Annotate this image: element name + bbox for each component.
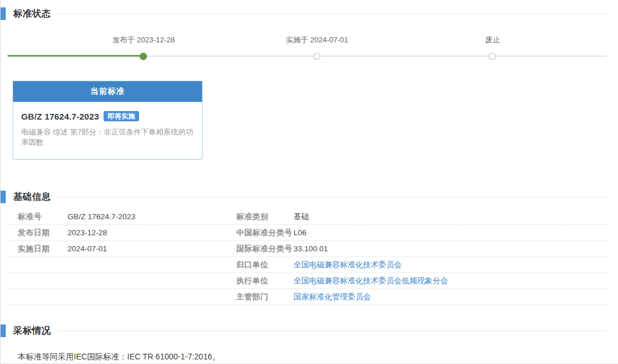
section-divider xyxy=(58,197,608,197)
section-marker-icon xyxy=(1,7,6,20)
section-adoption: 采标情况 本标准等同采用IEC国际标准：IEC TR 61000-1-7:201… xyxy=(1,325,618,364)
basic-section-header: 基础信息 xyxy=(1,191,618,203)
technical-committee-link[interactable]: 全国电磁兼容标准化技术委员会 xyxy=(294,260,608,270)
adoption-section-title: 采标情况 xyxy=(13,325,51,337)
section-divider xyxy=(58,331,608,331)
milestone-dot-empty-icon xyxy=(489,53,496,60)
field-value-publish-date: 2023-12-28 xyxy=(68,228,236,237)
status-badge: 即将实施 xyxy=(104,111,139,121)
table-row: 标准号 GB/Z 17624.7-2023 标准类别 基础 xyxy=(7,209,608,225)
section-marker-icon xyxy=(1,325,6,337)
standard-title-text: 电磁兼容 综述 第7部分：非正弦条件下单相系统的功率因数 xyxy=(21,127,194,148)
table-row: 发布日期 2023-12-28 中国标准分类号 L06 xyxy=(7,225,608,241)
milestone-published-label: 发布于 2023-12-28 xyxy=(112,35,175,45)
table-row: 归口单位 全国电磁兼容标准化技术委员会 xyxy=(7,257,608,273)
section-standard-status: 标准状态 发布于 2023-12-28 实施于 2024-07-01 废止 当前… xyxy=(1,0,618,160)
timeline-progress xyxy=(7,55,144,57)
milestone-dot-empty-icon xyxy=(313,53,320,60)
executing-unit-link[interactable]: 全国电磁兼容标准化技术委员会低频现象分会 xyxy=(294,276,608,286)
table-row: 执行单位 全国电磁兼容标准化技术委员会低频现象分会 xyxy=(7,273,608,289)
field-label-standard-number: 标准号 xyxy=(7,212,68,222)
field-label-category: 标准类别 xyxy=(236,212,294,222)
section-basic-info: 基础信息 标准号 GB/Z 17624.7-2023 标准类别 基础 发布日期 … xyxy=(1,191,618,305)
basic-info-table: 标准号 GB/Z 17624.7-2023 标准类别 基础 发布日期 2023-… xyxy=(7,209,608,305)
section-divider xyxy=(58,14,608,14)
field-label-implement-date: 实施日期 xyxy=(7,244,68,254)
milestone-abolished-label: 废止 xyxy=(485,35,500,45)
basic-section-title: 基础信息 xyxy=(13,191,51,203)
table-row: 实施日期 2024-07-01 国际标准分类号 33.100.01 xyxy=(7,241,608,257)
competent-department-link[interactable]: 国家标准化管理委员会 xyxy=(294,292,608,302)
field-value-implement-date: 2024-07-01 xyxy=(68,244,236,253)
section-marker-icon xyxy=(1,191,6,203)
status-section-header: 标准状态 xyxy=(1,7,618,20)
standard-detail-page: 标准状态 发布于 2023-12-28 实施于 2024-07-01 废止 当前… xyxy=(0,0,618,364)
adoption-section-header: 采标情况 xyxy=(1,325,618,337)
field-value-ics-code: 33.100.01 xyxy=(294,244,608,253)
status-section-title: 标准状态 xyxy=(13,8,51,20)
field-label-publish-date: 发布日期 xyxy=(7,228,68,238)
field-label-competent-department: 主管部门 xyxy=(236,292,294,302)
field-label-ccs-code: 中国标准分类号 xyxy=(236,228,294,238)
field-label-ics-code: 国际标准分类号 xyxy=(236,244,294,254)
field-value-category: 基础 xyxy=(294,212,608,222)
milestone-dot-filled-icon xyxy=(140,53,147,60)
current-standard-card-header: 当前标准 xyxy=(13,81,202,102)
field-label-technical-committee: 归口单位 xyxy=(236,260,294,270)
table-row: 主管部门 国家标准化管理委员会 xyxy=(7,289,608,305)
adoption-statement: 本标准等同采用IEC国际标准：IEC TR 61000-1-7:2016。 xyxy=(18,352,607,362)
standard-number: GB/Z 17624.7-2023 xyxy=(21,112,99,121)
milestone-implemented-label: 实施于 2024-07-01 xyxy=(286,35,348,45)
status-timeline: 发布于 2023-12-28 实施于 2024-07-01 废止 xyxy=(1,30,618,66)
field-value-standard-number: GB/Z 17624.7-2023 xyxy=(68,212,236,221)
current-standard-card-body: GB/Z 17624.7-2023 即将实施 电磁兼容 综述 第7部分：非正弦条… xyxy=(13,102,202,159)
field-label-executing-unit: 执行单位 xyxy=(236,276,294,286)
current-standard-card[interactable]: 当前标准 GB/Z 17624.7-2023 即将实施 电磁兼容 综述 第7部分… xyxy=(13,81,203,160)
field-value-ccs-code: L06 xyxy=(294,228,608,237)
